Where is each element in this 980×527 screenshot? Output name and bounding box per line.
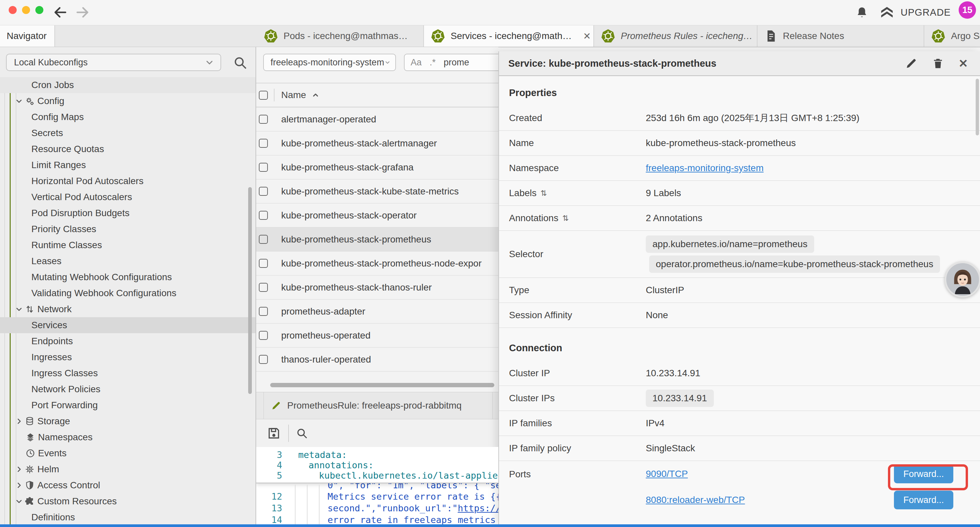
runbook-url-link[interactable]: https://net [458,503,498,513]
sidebar-item-ingresses[interactable]: Ingresses [0,349,256,365]
close-tab-icon[interactable]: ✕ [583,31,591,42]
select-all-checkbox[interactable] [259,91,268,100]
notifications-button[interactable] [855,0,869,25]
forward-icon[interactable] [75,5,90,20]
tab-pods[interactable]: Pods - icecheng@mathmas… [257,25,424,47]
sidebar-item-port-forwarding[interactable]: Port Forwarding [0,397,256,413]
sidebar-item-network[interactable]: Network [0,301,256,317]
row-checkbox[interactable] [259,331,268,340]
name-column-header[interactable]: Name [281,90,306,100]
tab-navigator[interactable]: Navigator [0,25,55,47]
labels-count[interactable]: 9 Labels [646,188,681,199]
sidebar-item-config[interactable]: Config [0,93,256,109]
column-divider [274,89,275,101]
table-row[interactable]: kube-prometheus-stack-thanos-ruler [256,275,498,299]
row-checkbox[interactable] [259,163,268,172]
sidebar-item-events[interactable]: Events [0,445,256,461]
row-checkbox[interactable] [259,139,268,148]
sort-ascending-icon[interactable] [311,91,320,100]
sidebar-item-access-control[interactable]: Access Control [0,477,256,493]
expand-sort-icon[interactable]: ⇅ [541,189,547,198]
sidebar-item-resource-quotas[interactable]: Resource Quotas [0,141,256,157]
table-row[interactable]: kube-prometheus-stack-kube-state-metrics [256,180,498,204]
editor-tab-prometheusrule[interactable]: PrometheusRule: freeleaps-prod-rabbitmq [264,392,493,419]
row-checkbox[interactable] [259,283,268,292]
save-icon[interactable] [267,426,281,440]
table-row[interactable]: thanos-ruler-operated [256,347,498,372]
list-search-input[interactable]: Aa .* prome [404,54,498,71]
table-row[interactable]: alertmanager-operated [256,107,498,131]
sidebar-item-definitions[interactable]: Definitions [0,509,256,525]
sidebar-item-namespaces[interactable]: Namespaces [0,429,256,445]
namespace-filter-value: freeleaps-monitoring-system [270,57,384,68]
sidebar-item-horizontal-pod-autoscalers[interactable]: Horizontal Pod Autoscalers [0,173,256,189]
sidebar-item-cron-jobs[interactable]: Cron Jobs [0,77,256,93]
table-row[interactable]: kube-prometheus-stack-operator [256,204,498,228]
annotations-count[interactable]: 2 Annotations [646,213,703,223]
row-checkbox[interactable] [259,235,268,244]
table-row-selected[interactable]: kube-prometheus-stack-prometheus [256,228,498,252]
kubeconfig-selector[interactable]: Local Kubeconfigs [6,54,221,71]
table-row[interactable]: kube-prometheus-stack-prometheus-node-ex… [256,252,498,275]
sidebar-item-runtime-classes[interactable]: Runtime Classes [0,237,256,253]
upgrade-button[interactable]: UPGRADE [879,0,951,25]
zoom-window-button[interactable] [35,6,43,14]
sidebar-item-services[interactable]: Services [0,317,256,333]
table-row[interactable]: kube-prometheus-stack-grafana [256,155,498,180]
horizontal-scrollbar[interactable] [270,383,494,387]
sidebar-item-helm[interactable]: Helm [0,461,256,477]
minimize-window-button[interactable] [22,6,30,14]
trash-icon[interactable] [932,57,944,69]
row-checkbox[interactable] [259,187,268,196]
table-row[interactable]: prometheus-operated [256,323,498,347]
user-avatar[interactable] [945,261,980,298]
back-icon[interactable] [53,5,68,20]
row-checkbox[interactable] [259,307,268,316]
close-icon[interactable]: ✕ [959,57,968,70]
editor-tab-next[interactable] [494,392,498,419]
kubernetes-icon [431,29,445,43]
regex-toggle[interactable]: .* [430,57,436,68]
detail-scrollbar[interactable] [976,79,979,135]
sidebar-item-custom-resources[interactable]: Custom Resources [0,493,256,509]
namespace-filter-dropdown[interactable]: freeleaps-monitoring-system [263,54,396,71]
tab-release-notes[interactable]: Release Notes [757,25,924,47]
namespace-link[interactable]: freeleaps-monitoring-system [646,163,764,174]
sidebar-item-endpoints[interactable]: Endpoints [0,333,256,349]
sidebar-item-priority-classes[interactable]: Priority Classes [0,221,256,237]
sidebar-item-secrets[interactable]: Secrets [0,125,256,141]
search-icon[interactable] [296,427,308,439]
expand-sort-icon[interactable]: ⇅ [562,214,569,223]
sidebar-item-leases[interactable]: Leases [0,253,256,269]
notification-count-badge[interactable]: 15 [959,2,976,19]
match-case-toggle[interactable]: Aa [410,57,422,68]
row-checkbox[interactable] [259,211,268,220]
close-window-button[interactable] [9,6,17,14]
tab-argo[interactable]: Argo Se [924,25,980,47]
tab-services[interactable]: Services - icecheng@math… ✕ [424,25,594,47]
edit-icon[interactable] [905,57,917,69]
port-link[interactable]: 8080:reloader-web/TCP [646,495,745,505]
sidebar-item-validating-webhook-configurations[interactable]: Validating Webhook Configurations [0,285,256,301]
forward-button[interactable]: Forward... [894,490,953,509]
table-row[interactable]: kube-prometheus-stack-alertmanager [256,131,498,155]
sidebar-item-config-maps[interactable]: Config Maps [0,109,256,125]
sidebar-item-network-policies[interactable]: Network Policies [0,381,256,397]
sidebar-item-mutating-webhook-configurations[interactable]: Mutating Webhook Configurations [0,269,256,285]
tab-prometheus-rules[interactable]: Prometheus Rules - icecheng… [594,25,757,47]
sidebar-scrollbar[interactable] [248,187,252,394]
table-row[interactable]: prometheus-adapter [256,299,498,323]
shield-icon [25,480,35,490]
forward-button[interactable]: Forward... [894,465,953,483]
row-checkbox[interactable] [259,259,268,268]
sidebar-item-vertical-pod-autoscalers[interactable]: Vertical Pod Autoscalers [0,189,256,205]
sidebar-item-pod-disruption-budgets[interactable]: Pod Disruption Budgets [0,205,256,221]
sidebar-item-storage[interactable]: Storage [0,413,256,429]
port-link[interactable]: 9090/TCP [646,469,688,479]
search-icon[interactable] [232,55,248,70]
yaml-editor[interactable]: 3metadata: 4annotations: 5kubectl.kubern… [256,447,498,524]
row-checkbox[interactable] [259,355,268,364]
sidebar-item-ingress-classes[interactable]: Ingress Classes [0,365,256,381]
row-checkbox[interactable] [259,115,268,124]
sidebar-item-limit-ranges[interactable]: Limit Ranges [0,157,256,173]
